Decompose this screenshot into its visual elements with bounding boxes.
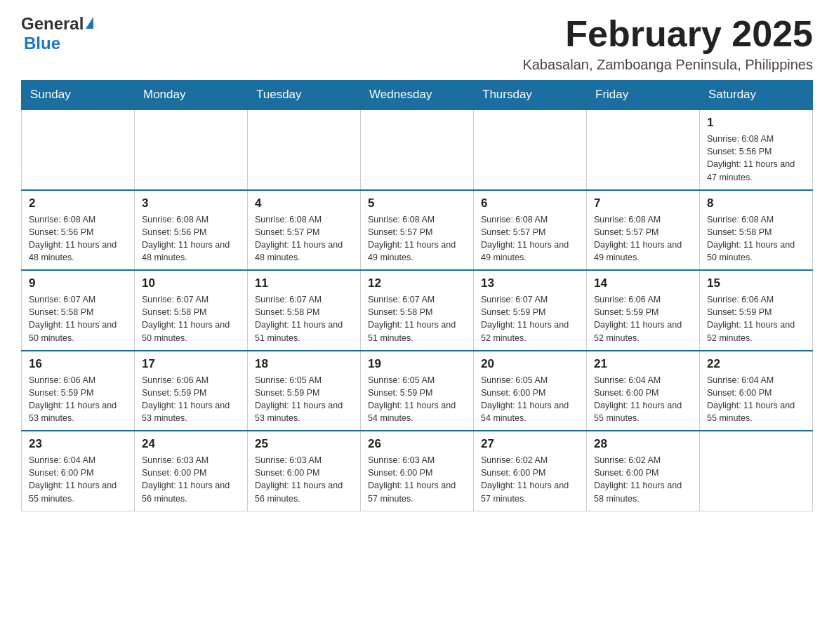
day-info: Sunrise: 6:08 AM Sunset: 5:56 PM Dayligh… (29, 213, 127, 264)
calendar-day-cell: 6Sunrise: 6:08 AM Sunset: 5:57 PM Daylig… (474, 190, 587, 271)
calendar-week-row: 16Sunrise: 6:06 AM Sunset: 5:59 PM Dayli… (22, 351, 813, 431)
day-info: Sunrise: 6:03 AM Sunset: 6:00 PM Dayligh… (142, 454, 240, 505)
day-number: 6 (481, 196, 579, 210)
calendar-day-cell (135, 109, 248, 190)
day-info: Sunrise: 6:02 AM Sunset: 6:00 PM Dayligh… (481, 454, 579, 505)
day-number: 26 (368, 437, 466, 451)
day-info: Sunrise: 6:07 AM Sunset: 5:58 PM Dayligh… (255, 293, 353, 344)
calendar-day-cell: 13Sunrise: 6:07 AM Sunset: 5:59 PM Dayli… (474, 270, 587, 351)
calendar-header-row: SundayMondayTuesdayWednesdayThursdayFrid… (22, 81, 813, 110)
calendar-day-cell: 9Sunrise: 6:07 AM Sunset: 5:58 PM Daylig… (22, 270, 135, 351)
day-info: Sunrise: 6:06 AM Sunset: 5:59 PM Dayligh… (707, 293, 805, 344)
calendar-day-cell: 10Sunrise: 6:07 AM Sunset: 5:58 PM Dayli… (135, 270, 248, 351)
calendar-table: SundayMondayTuesdayWednesdayThursdayFrid… (21, 80, 813, 511)
calendar-day-cell: 20Sunrise: 6:05 AM Sunset: 6:00 PM Dayli… (474, 351, 587, 431)
day-number: 12 (368, 276, 466, 290)
month-title: February 2025 (522, 14, 813, 54)
day-info: Sunrise: 6:04 AM Sunset: 6:00 PM Dayligh… (29, 454, 127, 505)
day-number: 24 (142, 437, 240, 451)
calendar-day-cell: 2Sunrise: 6:08 AM Sunset: 5:56 PM Daylig… (22, 190, 135, 271)
calendar-day-cell (361, 109, 474, 190)
calendar-day-cell: 22Sunrise: 6:04 AM Sunset: 6:00 PM Dayli… (700, 351, 813, 431)
calendar-day-cell: 11Sunrise: 6:07 AM Sunset: 5:58 PM Dayli… (248, 270, 361, 351)
calendar-day-cell: 17Sunrise: 6:06 AM Sunset: 5:59 PM Dayli… (135, 351, 248, 431)
calendar-day-cell: 25Sunrise: 6:03 AM Sunset: 6:00 PM Dayli… (248, 431, 361, 511)
day-number: 27 (481, 437, 579, 451)
day-number: 3 (142, 196, 240, 210)
calendar-day-header: Wednesday (361, 81, 474, 110)
day-number: 22 (707, 357, 805, 371)
day-number: 10 (142, 276, 240, 290)
day-info: Sunrise: 6:07 AM Sunset: 5:58 PM Dayligh… (368, 293, 466, 344)
day-number: 15 (707, 276, 805, 290)
day-number: 25 (255, 437, 353, 451)
page-header: General Blue February 2025 Kabasalan, Za… (21, 14, 813, 73)
calendar-day-header: Friday (587, 81, 700, 110)
day-info: Sunrise: 6:07 AM Sunset: 5:58 PM Dayligh… (29, 293, 127, 344)
calendar-day-cell: 7Sunrise: 6:08 AM Sunset: 5:57 PM Daylig… (587, 190, 700, 271)
day-number: 4 (255, 196, 353, 210)
day-info: Sunrise: 6:06 AM Sunset: 5:59 PM Dayligh… (142, 374, 240, 425)
day-info: Sunrise: 6:03 AM Sunset: 6:00 PM Dayligh… (255, 454, 353, 505)
calendar-day-cell (587, 109, 700, 190)
day-number: 18 (255, 357, 353, 371)
day-info: Sunrise: 6:08 AM Sunset: 5:57 PM Dayligh… (368, 213, 466, 264)
day-info: Sunrise: 6:03 AM Sunset: 6:00 PM Dayligh… (368, 454, 466, 505)
calendar-day-cell: 19Sunrise: 6:05 AM Sunset: 5:59 PM Dayli… (361, 351, 474, 431)
day-info: Sunrise: 6:02 AM Sunset: 6:00 PM Dayligh… (594, 454, 692, 505)
calendar-week-row: 2Sunrise: 6:08 AM Sunset: 5:56 PM Daylig… (22, 190, 813, 271)
title-block: February 2025 Kabasalan, Zamboanga Penin… (522, 14, 813, 73)
day-info: Sunrise: 6:08 AM Sunset: 5:57 PM Dayligh… (481, 213, 579, 264)
day-info: Sunrise: 6:05 AM Sunset: 6:00 PM Dayligh… (481, 374, 579, 425)
calendar-day-header: Tuesday (248, 81, 361, 110)
logo-triangle-icon (86, 17, 93, 29)
day-number: 11 (255, 276, 353, 290)
day-number: 21 (594, 357, 692, 371)
day-info: Sunrise: 6:06 AM Sunset: 5:59 PM Dayligh… (29, 374, 127, 425)
calendar-day-cell: 18Sunrise: 6:05 AM Sunset: 5:59 PM Dayli… (248, 351, 361, 431)
calendar-day-cell (22, 109, 135, 190)
day-info: Sunrise: 6:08 AM Sunset: 5:57 PM Dayligh… (594, 213, 692, 264)
day-number: 23 (29, 437, 127, 451)
calendar-day-cell (248, 109, 361, 190)
day-number: 5 (368, 196, 466, 210)
day-number: 2 (29, 196, 127, 210)
calendar-day-cell: 14Sunrise: 6:06 AM Sunset: 5:59 PM Dayli… (587, 270, 700, 351)
calendar-day-cell (700, 431, 813, 511)
day-number: 1 (707, 116, 805, 130)
day-number: 28 (594, 437, 692, 451)
day-number: 16 (29, 357, 127, 371)
calendar-day-cell: 8Sunrise: 6:08 AM Sunset: 5:58 PM Daylig… (700, 190, 813, 271)
day-number: 8 (707, 196, 805, 210)
calendar-day-header: Monday (135, 81, 248, 110)
calendar-day-cell: 27Sunrise: 6:02 AM Sunset: 6:00 PM Dayli… (474, 431, 587, 511)
calendar-day-header: Sunday (22, 81, 135, 110)
calendar-week-row: 23Sunrise: 6:04 AM Sunset: 6:00 PM Dayli… (22, 431, 813, 511)
day-number: 14 (594, 276, 692, 290)
day-number: 17 (142, 357, 240, 371)
day-info: Sunrise: 6:05 AM Sunset: 5:59 PM Dayligh… (368, 374, 466, 425)
calendar-day-cell: 16Sunrise: 6:06 AM Sunset: 5:59 PM Dayli… (22, 351, 135, 431)
day-info: Sunrise: 6:08 AM Sunset: 5:57 PM Dayligh… (255, 213, 353, 264)
calendar-day-cell: 28Sunrise: 6:02 AM Sunset: 6:00 PM Dayli… (587, 431, 700, 511)
day-info: Sunrise: 6:08 AM Sunset: 5:56 PM Dayligh… (142, 213, 240, 264)
day-number: 19 (368, 357, 466, 371)
day-number: 20 (481, 357, 579, 371)
calendar-day-header: Saturday (700, 81, 813, 110)
day-number: 9 (29, 276, 127, 290)
calendar-day-cell: 15Sunrise: 6:06 AM Sunset: 5:59 PM Dayli… (700, 270, 813, 351)
day-info: Sunrise: 6:07 AM Sunset: 5:59 PM Dayligh… (481, 293, 579, 344)
calendar-day-cell: 26Sunrise: 6:03 AM Sunset: 6:00 PM Dayli… (361, 431, 474, 511)
calendar-day-cell: 5Sunrise: 6:08 AM Sunset: 5:57 PM Daylig… (361, 190, 474, 271)
location-title: Kabasalan, Zamboanga Peninsula, Philippi… (522, 57, 813, 73)
day-number: 7 (594, 196, 692, 210)
logo-general-text: General (21, 14, 84, 34)
day-number: 13 (481, 276, 579, 290)
calendar-day-cell (474, 109, 587, 190)
calendar-day-cell: 12Sunrise: 6:07 AM Sunset: 5:58 PM Dayli… (361, 270, 474, 351)
calendar-day-header: Thursday (474, 81, 587, 110)
calendar-day-cell: 1Sunrise: 6:08 AM Sunset: 5:56 PM Daylig… (700, 109, 813, 190)
calendar-day-cell: 3Sunrise: 6:08 AM Sunset: 5:56 PM Daylig… (135, 190, 248, 271)
day-info: Sunrise: 6:06 AM Sunset: 5:59 PM Dayligh… (594, 293, 692, 344)
day-info: Sunrise: 6:08 AM Sunset: 5:56 PM Dayligh… (707, 133, 805, 184)
